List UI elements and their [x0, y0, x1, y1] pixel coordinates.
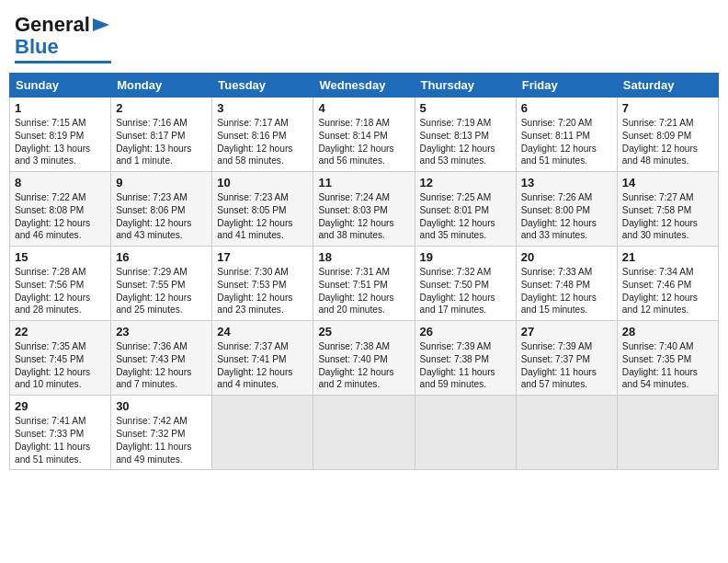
cell-info: Sunrise: 7:36 AMSunset: 7:43 PMDaylight:… [116, 340, 207, 391]
day-number: 8 [15, 176, 106, 190]
day-number: 2 [116, 101, 207, 115]
day-number: 4 [318, 101, 409, 115]
calendar-cell: 1Sunrise: 7:15 AMSunset: 8:19 PMDaylight… [10, 98, 111, 172]
cell-info: Sunrise: 7:16 AMSunset: 8:17 PMDaylight:… [116, 117, 207, 167]
day-number: 25 [318, 325, 409, 339]
cell-info: Sunrise: 7:24 AMSunset: 8:03 PMDaylight:… [318, 191, 409, 242]
calendar-cell: 27Sunrise: 7:39 AMSunset: 7:37 PMDayligh… [516, 321, 617, 396]
cell-info: Sunrise: 7:20 AMSunset: 8:11 PMDaylight:… [521, 117, 612, 167]
calendar-cell: 15Sunrise: 7:28 AMSunset: 7:56 PMDayligh… [10, 247, 111, 321]
day-number: 1 [15, 101, 106, 115]
logo: General Blue [15, 13, 111, 63]
logo-blue: Blue [15, 35, 59, 59]
cell-info: Sunrise: 7:40 AMSunset: 7:35 PMDaylight:… [622, 340, 713, 391]
calendar-week-2: 8Sunrise: 7:22 AMSunset: 8:08 PMDaylight… [10, 172, 719, 247]
cell-info: Sunrise: 7:22 AMSunset: 8:08 PMDaylight:… [15, 191, 106, 242]
cell-info: Sunrise: 7:19 AMSunset: 8:13 PMDaylight:… [420, 117, 511, 167]
calendar-cell: 4Sunrise: 7:18 AMSunset: 8:14 PMDaylight… [313, 98, 415, 172]
cell-info: Sunrise: 7:39 AMSunset: 7:38 PMDaylight:… [420, 340, 511, 391]
calendar-cell: 18Sunrise: 7:31 AMSunset: 7:51 PMDayligh… [313, 247, 415, 321]
calendar-cell: 25Sunrise: 7:38 AMSunset: 7:40 PMDayligh… [313, 321, 415, 396]
svg-marker-0 [93, 18, 109, 31]
calendar-cell [212, 396, 313, 470]
cell-info: Sunrise: 7:23 AMSunset: 8:06 PMDaylight:… [116, 191, 207, 242]
day-number: 18 [318, 250, 409, 264]
calendar-cell: 13Sunrise: 7:26 AMSunset: 8:00 PMDayligh… [516, 172, 617, 247]
calendar-cell [516, 396, 617, 470]
cell-info: Sunrise: 7:31 AMSunset: 7:51 PMDaylight:… [318, 266, 409, 316]
calendar-cell: 12Sunrise: 7:25 AMSunset: 8:01 PMDayligh… [415, 172, 516, 247]
cell-info: Sunrise: 7:41 AMSunset: 7:33 PMDaylight:… [15, 415, 106, 465]
calendar-cell: 23Sunrise: 7:36 AMSunset: 7:43 PMDayligh… [111, 321, 212, 396]
day-number: 19 [420, 250, 511, 264]
calendar-cell: 14Sunrise: 7:27 AMSunset: 7:58 PMDayligh… [617, 172, 718, 247]
cell-info: Sunrise: 7:17 AMSunset: 8:16 PMDaylight:… [217, 117, 308, 167]
day-number: 26 [420, 325, 511, 339]
cell-info: Sunrise: 7:27 AMSunset: 7:58 PMDaylight:… [622, 191, 713, 242]
calendar-cell: 24Sunrise: 7:37 AMSunset: 7:41 PMDayligh… [212, 321, 313, 396]
calendar-header-row: SundayMondayTuesdayWednesdayThursdayFrid… [10, 74, 719, 98]
calendar-cell [617, 396, 718, 470]
calendar-cell [415, 396, 516, 470]
calendar-cell: 16Sunrise: 7:29 AMSunset: 7:55 PMDayligh… [111, 247, 212, 321]
calendar-cell: 2Sunrise: 7:16 AMSunset: 8:17 PMDaylight… [111, 98, 212, 172]
day-number: 16 [116, 250, 207, 264]
cell-info: Sunrise: 7:15 AMSunset: 8:19 PMDaylight:… [15, 117, 106, 167]
cell-info: Sunrise: 7:38 AMSunset: 7:40 PMDaylight:… [318, 340, 409, 391]
cell-info: Sunrise: 7:21 AMSunset: 8:09 PMDaylight:… [622, 117, 713, 167]
cell-info: Sunrise: 7:26 AMSunset: 8:00 PMDaylight:… [521, 191, 612, 242]
calendar-cell: 17Sunrise: 7:30 AMSunset: 7:53 PMDayligh… [212, 247, 313, 321]
calendar-cell: 11Sunrise: 7:24 AMSunset: 8:03 PMDayligh… [313, 172, 415, 247]
calendar-week-1: 1Sunrise: 7:15 AMSunset: 8:19 PMDaylight… [10, 98, 719, 172]
column-header-monday: Monday [111, 74, 212, 98]
cell-info: Sunrise: 7:42 AMSunset: 7:32 PMDaylight:… [116, 415, 207, 465]
cell-info: Sunrise: 7:18 AMSunset: 8:14 PMDaylight:… [318, 117, 409, 167]
cell-info: Sunrise: 7:34 AMSunset: 7:46 PMDaylight:… [622, 266, 713, 316]
calendar-cell: 21Sunrise: 7:34 AMSunset: 7:46 PMDayligh… [617, 247, 718, 321]
logo-block: General Blue [15, 13, 111, 63]
day-number: 6 [521, 101, 612, 115]
day-number: 12 [420, 176, 511, 190]
cell-info: Sunrise: 7:37 AMSunset: 7:41 PMDaylight:… [217, 340, 308, 391]
column-header-friday: Friday [516, 74, 617, 98]
day-number: 24 [217, 325, 308, 339]
day-number: 7 [622, 101, 713, 115]
logo-general: General [15, 13, 90, 37]
cell-info: Sunrise: 7:32 AMSunset: 7:50 PMDaylight:… [420, 266, 511, 316]
day-number: 14 [622, 176, 713, 190]
calendar-cell: 28Sunrise: 7:40 AMSunset: 7:35 PMDayligh… [617, 321, 718, 396]
calendar-cell: 6Sunrise: 7:20 AMSunset: 8:11 PMDaylight… [516, 98, 617, 172]
cell-info: Sunrise: 7:33 AMSunset: 7:48 PMDaylight:… [521, 266, 612, 316]
cell-info: Sunrise: 7:28 AMSunset: 7:56 PMDaylight:… [15, 266, 106, 316]
calendar-cell: 22Sunrise: 7:35 AMSunset: 7:45 PMDayligh… [10, 321, 111, 396]
day-number: 17 [217, 250, 308, 264]
calendar-cell: 8Sunrise: 7:22 AMSunset: 8:08 PMDaylight… [10, 172, 111, 247]
column-header-wednesday: Wednesday [313, 74, 415, 98]
calendar-week-5: 29Sunrise: 7:41 AMSunset: 7:33 PMDayligh… [10, 396, 719, 470]
calendar-cell: 7Sunrise: 7:21 AMSunset: 8:09 PMDaylight… [617, 98, 718, 172]
logo-arrow-icon [91, 15, 111, 35]
logo-underline [15, 61, 111, 63]
day-number: 21 [622, 250, 713, 264]
column-header-thursday: Thursday [415, 74, 516, 98]
day-number: 3 [217, 101, 308, 115]
page-header: General Blue [9, 9, 719, 67]
calendar-week-3: 15Sunrise: 7:28 AMSunset: 7:56 PMDayligh… [10, 247, 719, 321]
day-number: 30 [116, 399, 207, 413]
day-number: 23 [116, 325, 207, 339]
day-number: 5 [420, 101, 511, 115]
column-header-sunday: Sunday [10, 74, 111, 98]
day-number: 27 [521, 325, 612, 339]
calendar-cell: 9Sunrise: 7:23 AMSunset: 8:06 PMDaylight… [111, 172, 212, 247]
calendar-cell: 20Sunrise: 7:33 AMSunset: 7:48 PMDayligh… [516, 247, 617, 321]
calendar-table: SundayMondayTuesdayWednesdayThursdayFrid… [9, 73, 719, 470]
cell-info: Sunrise: 7:39 AMSunset: 7:37 PMDaylight:… [521, 340, 612, 391]
day-number: 10 [217, 176, 308, 190]
day-number: 28 [622, 325, 713, 339]
calendar-cell: 29Sunrise: 7:41 AMSunset: 7:33 PMDayligh… [10, 396, 111, 470]
column-header-tuesday: Tuesday [212, 74, 313, 98]
calendar-cell: 10Sunrise: 7:23 AMSunset: 8:05 PMDayligh… [212, 172, 313, 247]
calendar-cell: 19Sunrise: 7:32 AMSunset: 7:50 PMDayligh… [415, 247, 516, 321]
day-number: 11 [318, 176, 409, 190]
cell-info: Sunrise: 7:23 AMSunset: 8:05 PMDaylight:… [217, 191, 308, 242]
